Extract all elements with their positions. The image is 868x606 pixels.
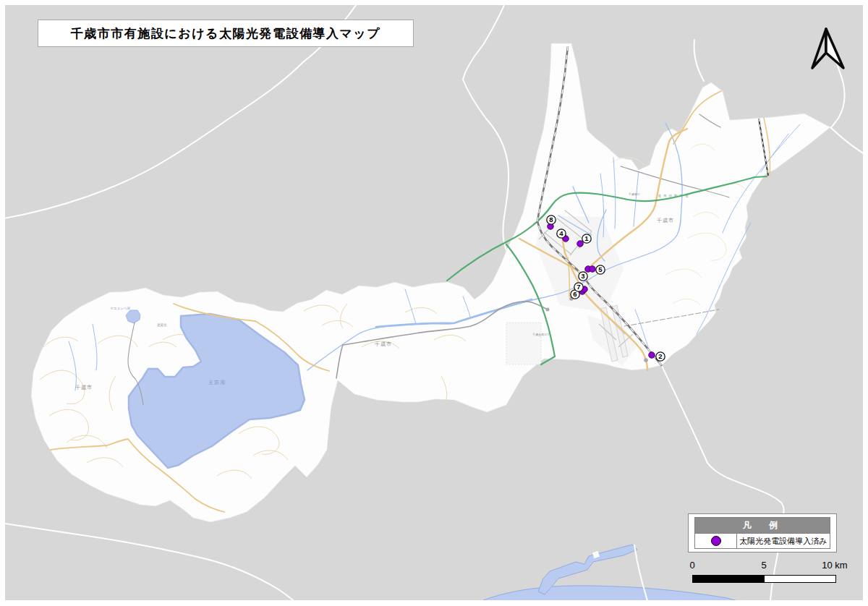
scale-bar-fill [693,576,765,582]
legend-row: 太陽光発電設備導入済み [695,534,830,548]
map-label: 恵庭岳 [156,323,167,327]
svg-text:7: 7 [576,283,580,291]
map-label: 千歳市 [375,341,392,347]
scale-tick-10: 10 km [822,560,847,571]
marker-number-label-1: 1 [582,234,591,243]
svg-text:2: 2 [658,352,662,360]
legend-table: 凡 例 太陽光発電設備導入済み [694,517,830,549]
map-title-text: 千歳市市有施設における太陽光発電設備導入マップ [71,25,380,42]
legend-symbol-cell [695,534,737,548]
map-label: オコタンペ湖 [110,307,130,310]
svg-text:8: 8 [549,215,553,223]
svg-text:1: 1 [584,234,589,242]
map-label: 支笏湖 [208,380,226,385]
map-label: 千歳市 [75,384,93,391]
map-document: 千歳市千歳市千歳市支笏湖オコタンペ湖恵庭岳道央自動車道千歳東IC千歳恵庭JCT … [0,0,868,606]
solar-facility-dot-5 [590,266,596,273]
svg-text:4: 4 [559,229,563,237]
svg-text:5: 5 [598,265,603,273]
map-title: 千歳市市有施設における太陽光発電設備導入マップ [38,20,414,47]
map-label: 千歳恵庭JCT [532,333,550,336]
scale-tick-0: 0 [689,560,694,571]
scale-tick-5: 5 [761,560,766,571]
solar-facility-dot-1 [577,241,584,247]
marker-number-label-3: 3 [579,272,587,281]
map-label: 千歳市 [657,217,674,223]
marker-number-label-5: 5 [596,265,605,274]
marker-number-label-2: 2 [656,352,665,361]
legend-item-label: 太陽光発電設備導入済み [737,534,830,548]
legend: 凡 例 太陽光発電設備導入済み [688,513,837,552]
svg-text:3: 3 [581,272,584,280]
map-label: 道央自動車道 [658,194,691,197]
solar-installed-icon [711,536,721,546]
scale-bar [692,575,836,583]
map-label: 千歳東IC [628,192,640,196]
marker-number-label-7: 7 [574,283,583,291]
marker-number-label-4: 4 [557,229,566,238]
marker-number-label-8: 8 [547,215,556,224]
solar-facility-dot-2 [649,352,655,359]
legend-header: 凡 例 [695,518,830,534]
